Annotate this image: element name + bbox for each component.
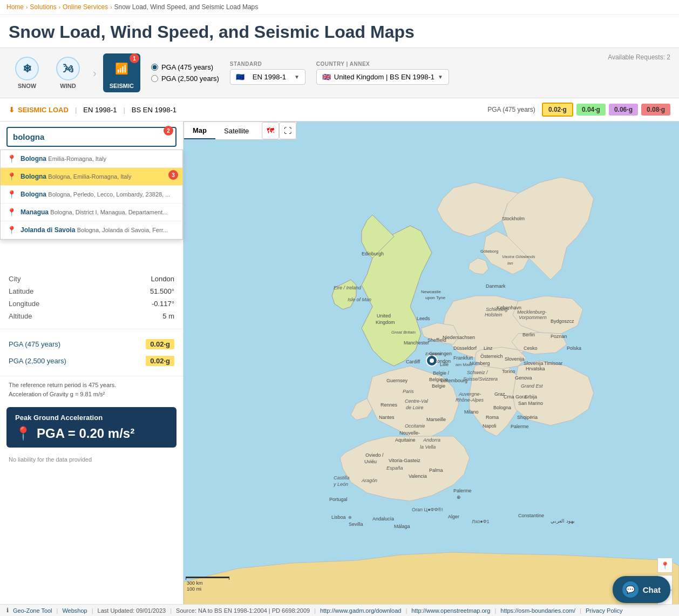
breadcrumb-current: Snow Load, Wind Speed, and Seismic Load … [114,3,258,11]
breadcrumb-solutions[interactable]: Solutions [30,3,56,11]
svg-text:de Loire: de Loire [406,405,424,410]
left-panel: 2 📍 Bologna Emilia-Romagna, Italy 📍 Bolo… [0,121,184,616]
country-value: United Kingdom | BS EN 1998-1 [334,73,434,81]
svg-text:Nantes: Nantes [379,415,395,420]
longitude-value: -0.117° [152,300,174,308]
longitude-row: Longitude -0.117° [9,297,174,310]
controls-bar: ❄ SNOW 🌬 WIND › 1 📶 SEISMIC PGA (475 yea… [0,48,679,98]
geo-zone-link[interactable]: Geo-Zone Tool [13,607,52,614]
svg-text:Berlin: Berlin [522,332,535,337]
osm-link[interactable]: http://www.openstreetmap.org [411,607,490,614]
search-box: 2 📍 Bologna Emilia-Romagna, Italy 📍 Bolo… [0,121,183,153]
svg-text:Málaga: Málaga [394,524,410,529]
svg-text:Poznan: Poznan [551,334,567,339]
svg-text:upon Tyne: upon Tyne [425,295,446,300]
search-result-2[interactable]: 📍 Bologna Bologna, Emilia-Romagna, Italy… [1,168,182,186]
pga-475-option[interactable]: PGA (475 years) [151,63,219,71]
load-label: ⬇ SEISMIC LOAD [9,106,69,114]
svg-text:Guernsey: Guernsey [386,378,408,383]
svg-rect-100 [186,577,229,578]
search-result-3[interactable]: 📍 Bologna Bologna, Perledo, Lecco, Lomba… [1,186,182,204]
search-input[interactable] [6,127,176,147]
breadcrumb-online-services[interactable]: Online Services [63,3,108,11]
svg-rect-102 [186,577,186,580]
svg-text:United: United [377,313,391,319]
svg-text:Timisoar: Timisoar [544,361,562,366]
wind-label: WIND [60,83,76,89]
country-section: COUNTRY | ANNEX 🇬🇧 United Kingdom | BS E… [316,61,449,85]
svg-text:Suisse/Svizzera: Suisse/Svizzera [463,376,498,382]
seismic-load-label: SEISMIC LOAD [18,106,69,114]
standard-section: STANDARD 🇪🇺 EN 1998-1 ▼ [230,61,305,85]
last-updated: Last Updated: 09/01/2023 [98,607,166,614]
search-result-1[interactable]: 📍 Bologna Emilia-Romagna, Italy [1,150,182,168]
map-svg[interactable]: Stockholm Göteborg Vastra Götalands lan … [184,121,679,616]
svg-text:Milano: Milano [464,409,479,415]
svg-text:Sevilla: Sevilla [349,522,363,527]
svg-text:Constantine: Constantine [518,513,544,518]
svg-text:Rennes: Rennes [381,402,398,408]
wind-button[interactable]: 🌬 WIND [50,53,86,92]
pga-2500-option[interactable]: PGA (2,500 years) [151,75,219,83]
svg-text:y León: y León [333,482,348,487]
snow-button[interactable]: ❄ SNOW [9,53,45,92]
privacy-link[interactable]: Privacy Policy [586,607,622,614]
svg-text:Eire / Ireland: Eire / Ireland [334,285,362,290]
note-text: The reference return period is 475 years… [0,376,183,403]
osm-boundaries-link[interactable]: https://osm-boundaries.com/ [500,607,575,614]
svg-text:Leeds: Leeds [417,316,430,321]
altitude-row: Altitude 5 m [9,310,174,322]
svg-text:Cesko: Cesko [524,346,538,351]
svg-text:Palerme: Palerme [511,424,529,429]
breadcrumb-home[interactable]: Home [6,3,24,11]
scale-006[interactable]: 0.06·g [609,104,638,116]
svg-text:Aquitaine: Aquitaine [395,437,416,443]
country-flag: 🇬🇧 [322,73,331,81]
scale-004[interactable]: 0.04·g [576,104,606,116]
scale-002[interactable]: 0.02·g [542,103,573,117]
pga-values-panel: PGA (475 years) 0.02·g PGA (2,500 years)… [0,329,183,376]
map-area[interactable]: Map Satellite 🗺 ⛶ [184,121,679,616]
svg-text:Grand Est: Grand Est [521,383,543,389]
svg-text:Bydgoszcz: Bydgoszcz [551,319,574,324]
gadm-link[interactable]: http://www.gadm.org/download [320,607,401,614]
svg-text:Genova: Genova [515,375,532,381]
svg-text:Österreich: Österreich [480,354,503,359]
load-bar-annex: BS EN 1998-1 [132,106,176,114]
svg-text:Uviéu: Uviéu [364,459,377,464]
pga-box: Peak Ground Acceleration 📍 PGA = 0.20 m/… [6,407,176,448]
seismic-button[interactable]: 1 📶 SEISMIC [103,53,140,92]
svg-text:Holstein: Holstein [485,312,503,317]
breadcrumb: Home › Solutions › Online Services › Sno… [0,0,679,15]
pga-2500-row: PGA (2,500 years) 0.02·g [9,353,174,369]
search-result-4[interactable]: 📍 Managua Bologna, District I, Managua, … [1,204,182,221]
map-tab[interactable]: Map [184,122,215,139]
pga-box-number: PGA = 0.20 m/s² [37,426,134,441]
satellite-tab[interactable]: Satellite [215,122,257,139]
country-dropdown[interactable]: 🇬🇧 United Kingdom | BS EN 1998-1 ▼ [316,69,449,85]
pga-2500-row-value: 0.02·g [146,356,174,366]
svg-text:100 mi: 100 mi [187,586,201,592]
load-types: ❄ SNOW 🌬 WIND › 1 📶 SEISMIC [9,53,140,92]
fullscreen-button[interactable]: ⛶ [279,122,296,139]
svg-text:Schweiz /: Schweiz / [467,370,488,375]
latitude-value: 51.500° [150,287,174,295]
svg-text:Cardiff: Cardiff [406,359,420,364]
pga-2500-row-label: PGA (2,500 years) [9,357,66,365]
webshop-link[interactable]: Webshop [62,607,87,614]
zoom-pin-button[interactable]: 📍 [657,558,673,573]
standard-value: EN 1998-1 [253,73,286,81]
chat-button[interactable]: 💬 Chat [613,576,670,603]
snow-label: SNOW [18,83,36,89]
standard-dropdown[interactable]: 🇪🇺 EN 1998-1 ▼ [230,69,305,85]
svg-text:Groningen: Groningen [429,351,452,356]
scale-008[interactable]: 0.08·g [641,104,670,116]
country-dropdown-arrow-icon: ▼ [438,74,443,80]
search-result-5[interactable]: 📍 Jolanda di Savoia Bologna, Jolanda di … [1,221,182,239]
arrow-right-icon: › [93,67,97,79]
svg-text:Mecklenburg-: Mecklenburg- [517,309,547,315]
svg-text:Göteborg: Göteborg [480,249,498,254]
maps-link-button[interactable]: 🗺 [262,122,279,139]
map-tabs: Map Satellite 🗺 ⛶ [184,121,297,140]
svg-text:Newcastle: Newcastle [421,289,441,294]
